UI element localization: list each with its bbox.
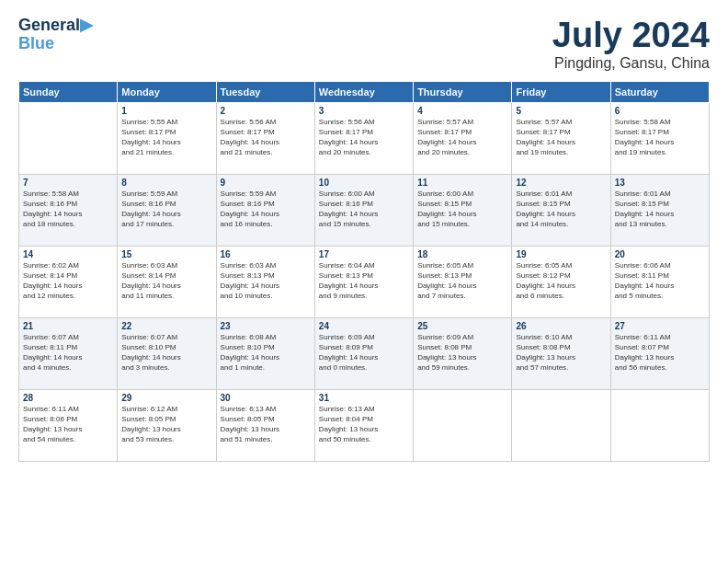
- calendar-cell: 17Sunrise: 6:04 AM Sunset: 8:13 PM Dayli…: [314, 246, 413, 317]
- day-number: 6: [615, 106, 705, 116]
- day-info: Sunrise: 6:07 AM Sunset: 8:10 PM Dayligh…: [121, 332, 211, 373]
- day-number: 29: [121, 393, 211, 403]
- day-number: 23: [221, 321, 311, 331]
- calendar-cell: 8Sunrise: 5:59 AM Sunset: 8:16 PM Daylig…: [118, 174, 216, 246]
- calendar-cell: 16Sunrise: 6:03 AM Sunset: 8:13 PM Dayli…: [216, 246, 314, 317]
- day-number: 24: [319, 321, 409, 331]
- calendar-table: SundayMondayTuesdayWednesdayThursdayFrid…: [18, 81, 710, 462]
- calendar-cell: 11Sunrise: 6:00 AM Sunset: 8:15 PM Dayli…: [414, 174, 512, 246]
- day-info: Sunrise: 6:13 AM Sunset: 8:05 PM Dayligh…: [221, 404, 311, 445]
- day-number: 1: [121, 106, 211, 116]
- calendar-body: 1Sunrise: 5:55 AM Sunset: 8:17 PM Daylig…: [19, 102, 710, 461]
- day-info: Sunrise: 5:55 AM Sunset: 8:17 PM Dayligh…: [121, 117, 211, 158]
- calendar-cell: [610, 389, 709, 461]
- weekday-header-tuesday: Tuesday: [216, 81, 314, 102]
- day-info: Sunrise: 6:07 AM Sunset: 8:11 PM Dayligh…: [23, 332, 113, 373]
- calendar-cell: 20Sunrise: 6:06 AM Sunset: 8:11 PM Dayli…: [610, 246, 709, 317]
- calendar-cell: [512, 389, 610, 461]
- page: General▶ Blue July 2024 Pingding, Gansu,…: [0, 0, 728, 563]
- calendar-cell: 25Sunrise: 6:09 AM Sunset: 8:08 PM Dayli…: [414, 317, 512, 389]
- day-info: Sunrise: 6:05 AM Sunset: 8:13 PM Dayligh…: [417, 260, 507, 302]
- calendar-cell: [19, 102, 118, 174]
- logo-text: General▶: [18, 17, 93, 35]
- weekday-header-friday: Friday: [512, 81, 610, 102]
- day-info: Sunrise: 5:56 AM Sunset: 8:17 PM Dayligh…: [319, 117, 409, 158]
- day-info: Sunrise: 5:59 AM Sunset: 8:16 PM Dayligh…: [121, 189, 211, 230]
- day-number: 11: [417, 178, 507, 188]
- day-info: Sunrise: 6:13 AM Sunset: 8:04 PM Dayligh…: [319, 404, 409, 445]
- week-row-5: 28Sunrise: 6:11 AM Sunset: 8:06 PM Dayli…: [19, 389, 710, 461]
- calendar-cell: 12Sunrise: 6:01 AM Sunset: 8:15 PM Dayli…: [512, 174, 610, 246]
- calendar-cell: 15Sunrise: 6:03 AM Sunset: 8:14 PM Dayli…: [118, 246, 216, 317]
- day-info: Sunrise: 6:01 AM Sunset: 8:15 PM Dayligh…: [615, 189, 705, 230]
- day-info: Sunrise: 6:05 AM Sunset: 8:12 PM Dayligh…: [516, 260, 606, 302]
- day-info: Sunrise: 6:06 AM Sunset: 8:11 PM Dayligh…: [615, 260, 705, 302]
- day-number: 25: [417, 321, 507, 331]
- day-number: 31: [319, 393, 409, 403]
- day-info: Sunrise: 5:57 AM Sunset: 8:17 PM Dayligh…: [417, 117, 507, 158]
- day-number: 20: [615, 249, 705, 259]
- calendar-cell: 14Sunrise: 6:02 AM Sunset: 8:14 PM Dayli…: [19, 246, 118, 317]
- day-info: Sunrise: 6:09 AM Sunset: 8:09 PM Dayligh…: [319, 332, 409, 373]
- week-row-4: 21Sunrise: 6:07 AM Sunset: 8:11 PM Dayli…: [19, 317, 710, 389]
- day-info: Sunrise: 6:02 AM Sunset: 8:14 PM Dayligh…: [23, 260, 113, 302]
- calendar-cell: 24Sunrise: 6:09 AM Sunset: 8:09 PM Dayli…: [314, 317, 413, 389]
- day-info: Sunrise: 6:04 AM Sunset: 8:13 PM Dayligh…: [319, 260, 409, 302]
- day-number: 9: [221, 178, 311, 188]
- day-number: 18: [417, 249, 507, 259]
- day-number: 26: [516, 321, 606, 331]
- day-number: 22: [121, 321, 211, 331]
- day-info: Sunrise: 6:01 AM Sunset: 8:15 PM Dayligh…: [516, 189, 606, 230]
- calendar-cell: 31Sunrise: 6:13 AM Sunset: 8:04 PM Dayli…: [314, 389, 413, 461]
- calendar-cell: [414, 389, 512, 461]
- calendar-cell: 21Sunrise: 6:07 AM Sunset: 8:11 PM Dayli…: [19, 317, 118, 389]
- calendar-cell: 19Sunrise: 6:05 AM Sunset: 8:12 PM Dayli…: [512, 246, 610, 317]
- day-info: Sunrise: 6:11 AM Sunset: 8:07 PM Dayligh…: [615, 332, 705, 373]
- location: Pingding, Gansu, China: [552, 55, 710, 72]
- day-number: 10: [319, 178, 409, 188]
- day-info: Sunrise: 6:00 AM Sunset: 8:15 PM Dayligh…: [417, 189, 507, 230]
- day-number: 7: [23, 178, 113, 188]
- weekday-header-row: SundayMondayTuesdayWednesdayThursdayFrid…: [19, 81, 710, 102]
- day-number: 2: [221, 106, 311, 116]
- day-number: 12: [516, 178, 606, 188]
- day-number: 21: [23, 321, 113, 331]
- header: General▶ Blue July 2024 Pingding, Gansu,…: [18, 17, 710, 72]
- day-info: Sunrise: 6:03 AM Sunset: 8:13 PM Dayligh…: [221, 260, 311, 302]
- logo: General▶ Blue: [18, 17, 93, 53]
- calendar-cell: 18Sunrise: 6:05 AM Sunset: 8:13 PM Dayli…: [414, 246, 512, 317]
- day-number: 13: [615, 178, 705, 188]
- day-number: 16: [221, 249, 311, 259]
- day-number: 28: [23, 393, 113, 403]
- calendar-cell: 22Sunrise: 6:07 AM Sunset: 8:10 PM Dayli…: [118, 317, 216, 389]
- week-row-1: 1Sunrise: 5:55 AM Sunset: 8:17 PM Daylig…: [19, 102, 710, 174]
- calendar-cell: 28Sunrise: 6:11 AM Sunset: 8:06 PM Dayli…: [19, 389, 118, 461]
- day-number: 27: [615, 321, 705, 331]
- calendar-cell: 7Sunrise: 5:58 AM Sunset: 8:16 PM Daylig…: [19, 174, 118, 246]
- day-number: 5: [516, 106, 606, 116]
- day-info: Sunrise: 5:58 AM Sunset: 8:16 PM Dayligh…: [23, 189, 113, 230]
- day-info: Sunrise: 5:57 AM Sunset: 8:17 PM Dayligh…: [516, 117, 606, 158]
- logo-blue: Blue: [18, 35, 54, 53]
- calendar-cell: 4Sunrise: 5:57 AM Sunset: 8:17 PM Daylig…: [414, 102, 512, 174]
- calendar-cell: 1Sunrise: 5:55 AM Sunset: 8:17 PM Daylig…: [118, 102, 216, 174]
- day-number: 3: [319, 106, 409, 116]
- day-number: 15: [121, 249, 211, 259]
- calendar-cell: 5Sunrise: 5:57 AM Sunset: 8:17 PM Daylig…: [512, 102, 610, 174]
- day-number: 4: [417, 106, 507, 116]
- day-info: Sunrise: 6:10 AM Sunset: 8:08 PM Dayligh…: [516, 332, 606, 373]
- week-row-2: 7Sunrise: 5:58 AM Sunset: 8:16 PM Daylig…: [19, 174, 710, 246]
- day-info: Sunrise: 6:03 AM Sunset: 8:14 PM Dayligh…: [121, 260, 211, 302]
- calendar-cell: 27Sunrise: 6:11 AM Sunset: 8:07 PM Dayli…: [610, 317, 709, 389]
- day-info: Sunrise: 6:12 AM Sunset: 8:05 PM Dayligh…: [121, 404, 211, 445]
- day-info: Sunrise: 5:58 AM Sunset: 8:17 PM Dayligh…: [615, 117, 705, 158]
- day-info: Sunrise: 5:59 AM Sunset: 8:16 PM Dayligh…: [221, 189, 311, 230]
- calendar-cell: 2Sunrise: 5:56 AM Sunset: 8:17 PM Daylig…: [216, 102, 314, 174]
- weekday-header-saturday: Saturday: [610, 81, 709, 102]
- weekday-header-thursday: Thursday: [414, 81, 512, 102]
- month-title: July 2024: [552, 17, 710, 55]
- day-info: Sunrise: 6:11 AM Sunset: 8:06 PM Dayligh…: [23, 404, 113, 445]
- day-number: 19: [516, 249, 606, 259]
- calendar-cell: 6Sunrise: 5:58 AM Sunset: 8:17 PM Daylig…: [610, 102, 709, 174]
- day-number: 14: [23, 249, 113, 259]
